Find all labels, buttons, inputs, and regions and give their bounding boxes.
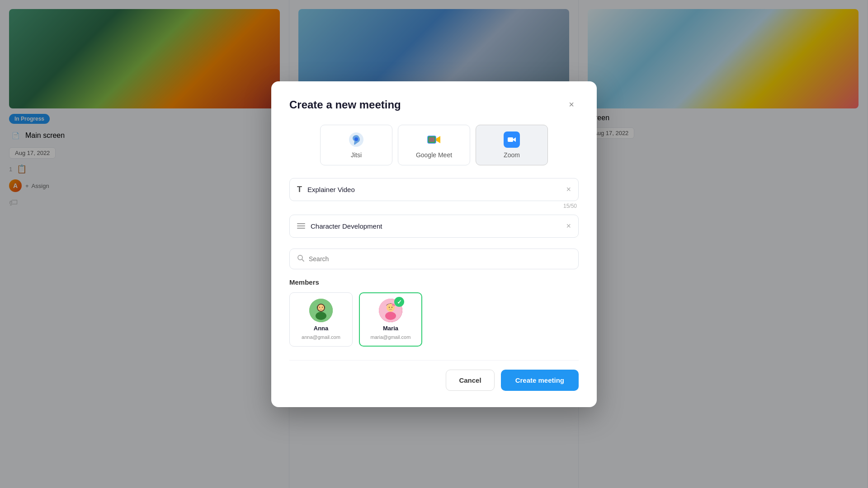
member-card-anna[interactable]: Anna anna@gmail.com (289, 292, 353, 347)
search-icon (297, 254, 304, 263)
cancel-button[interactable]: Cancel (446, 370, 494, 391)
modal-overlay: Create a new meeting × Jitsi (0, 0, 868, 488)
svg-point-14 (322, 307, 323, 308)
gmeet-icon (426, 131, 442, 148)
svg-rect-6 (508, 137, 513, 142)
svg-point-11 (316, 312, 326, 320)
tab-jitsi[interactable]: Jitsi (320, 125, 392, 165)
svg-point-20 (392, 307, 392, 308)
svg-point-17 (385, 312, 396, 320)
zoom-icon (504, 131, 520, 148)
svg-rect-5 (429, 137, 434, 142)
members-grid: Anna anna@gmail.com (289, 292, 579, 347)
svg-point-1 (354, 137, 358, 141)
create-meeting-modal: Create a new meeting × Jitsi (271, 81, 597, 407)
search-input[interactable] (309, 255, 571, 263)
svg-point-12 (318, 305, 324, 311)
maria-email: maria@gmail.com (371, 334, 411, 340)
title-input-row: T × (289, 178, 579, 201)
modal-header: Create a new meeting × (289, 98, 579, 112)
modal-title: Create a new meeting (289, 99, 401, 111)
create-meeting-button[interactable]: Create meeting (501, 370, 579, 391)
char-count: 15/50 (289, 203, 579, 209)
jitsi-icon (348, 131, 364, 148)
svg-point-21 (392, 304, 395, 306)
clear-title-button[interactable]: × (566, 185, 571, 194)
members-label: Members (289, 278, 579, 286)
tab-zoom[interactable]: Zoom (476, 125, 548, 165)
anna-name: Anna (314, 325, 329, 332)
svg-point-13 (319, 307, 320, 308)
maria-name: Maria (383, 325, 398, 332)
task-lines-icon (297, 223, 305, 229)
avatar-anna (309, 299, 333, 322)
platform-tabs: Jitsi Google Meet (289, 125, 579, 165)
task-row: Character Development × (289, 215, 579, 238)
task-label: Character Development (311, 222, 561, 230)
svg-point-19 (389, 307, 390, 308)
modal-footer: Cancel Create meeting (289, 360, 579, 391)
anna-email: anna@gmail.com (302, 334, 340, 340)
search-row (289, 249, 579, 269)
text-icon: T (297, 185, 302, 194)
check-badge-maria: ✓ (394, 297, 404, 307)
tab-googlemeet[interactable]: Google Meet (398, 125, 470, 165)
member-card-maria[interactable]: ✓ Maria maria@gmail.com (359, 292, 422, 347)
clear-task-button[interactable]: × (566, 221, 571, 231)
gmeet-label: Google Meet (416, 151, 452, 159)
close-icon: × (569, 99, 574, 110)
jitsi-label: Jitsi (351, 151, 362, 159)
svg-line-8 (302, 259, 304, 261)
title-input[interactable] (307, 186, 561, 193)
zoom-label: Zoom (504, 151, 520, 159)
close-button[interactable]: × (564, 98, 579, 112)
